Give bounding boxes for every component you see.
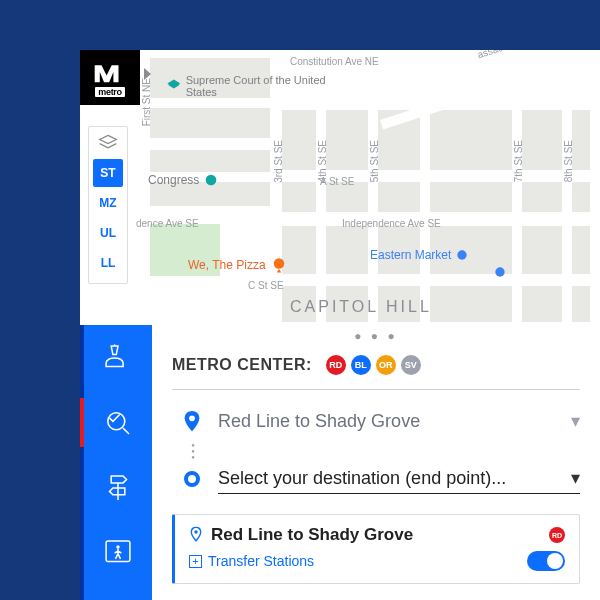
svg-point-2 (458, 250, 467, 259)
metro-logo[interactable]: metro (80, 50, 140, 105)
neighborhood-label: CAPITOL HILL (290, 298, 432, 316)
layer-btn-ll[interactable]: LL (93, 249, 123, 277)
pin-icon (189, 526, 203, 544)
drag-handle-icon[interactable]: ● ● ● (354, 329, 397, 343)
street-label: 3rd St SE (273, 140, 284, 183)
street-label: assachusetts Ave NE (476, 50, 569, 60)
map-road (80, 98, 600, 108)
chevron-down-icon: ▾ (571, 467, 580, 489)
svg-point-7 (189, 415, 195, 421)
poi-marker-icon (493, 265, 507, 279)
station-header: METRO CENTER: RD BL OR SV (172, 355, 580, 375)
rail-nav-directions[interactable] (84, 455, 152, 520)
destination-select[interactable]: Select your destination (end point)... ▾ (218, 463, 580, 494)
app-window: Constitution Ave NE A St SE dence Ave SE… (80, 50, 600, 600)
street-label: First St NE (141, 78, 152, 126)
svg-point-3 (495, 267, 504, 276)
panel-content: ● ● ● METRO CENTER: RD BL OR SV (152, 325, 600, 600)
street-label: 5th St SE (369, 140, 380, 182)
map-road (420, 50, 430, 325)
end-step: Select your destination (end point)... ▾ (182, 463, 580, 494)
rail-nav-station[interactable] (84, 325, 152, 390)
route-steps: Red Line to Shady Grove ▾ ●●● Sele (172, 406, 580, 494)
line-badge-rd: RD (326, 355, 346, 375)
divider (172, 389, 580, 390)
layer-switcher: ST MZ UL LL (88, 126, 128, 284)
metro-logo-text: metro (95, 87, 125, 97)
svg-point-4 (108, 412, 125, 429)
poi-pizza[interactable]: We, The Pizza (188, 256, 288, 274)
line-badge-sv: SV (401, 355, 421, 375)
poi-supreme-court[interactable]: Supreme Court of the United States (166, 74, 356, 98)
svg-point-1 (273, 258, 284, 269)
street-label: Constitution Ave NE (290, 56, 379, 67)
transfer-stations-button[interactable]: + Transfer Stations (189, 553, 519, 569)
route-toggle[interactable] (527, 551, 565, 571)
map-road (512, 50, 522, 325)
plus-icon: + (189, 555, 202, 568)
street-label: 4th St SE (317, 140, 328, 182)
connector: ●●● (182, 443, 580, 459)
chevron-down-icon: ▾ (571, 410, 580, 432)
destination-icon (182, 471, 202, 487)
svg-point-8 (194, 530, 198, 534)
card-title: Red Line to Shady Grove (211, 525, 541, 545)
dots-connector-icon: ●●● (191, 443, 195, 459)
street-label: 8th St SE (563, 140, 574, 182)
map-road (368, 50, 378, 325)
pin-icon (182, 411, 202, 433)
layer-btn-ul[interactable]: UL (93, 219, 123, 247)
station-panel: ● ● ● METRO CENTER: RD BL OR SV (80, 325, 600, 600)
street-label: 7th St SE (513, 140, 524, 182)
route-result-card: Red Line to Shady Grove RD + Transfer St… (172, 514, 580, 584)
line-badges: RD BL OR SV (326, 355, 421, 375)
poi-eastern-market[interactable]: Eastern Market (370, 248, 469, 262)
line-badge-rd: RD (549, 527, 565, 543)
rail-nav-walk[interactable] (84, 520, 152, 585)
metro-m-icon (93, 59, 127, 85)
rail-nav (84, 325, 152, 600)
line-badge-or: OR (376, 355, 396, 375)
street-label: Independence Ave SE (342, 218, 441, 229)
svg-point-0 (206, 175, 217, 186)
map-road (80, 276, 600, 286)
map-road (562, 50, 572, 325)
layer-btn-mz[interactable]: MZ (93, 189, 123, 217)
svg-point-6 (116, 545, 119, 548)
rail-nav-search[interactable] (84, 390, 152, 455)
layer-btn-st[interactable]: ST (93, 159, 123, 187)
street-label: dence Ave SE (136, 218, 199, 229)
start-line-select[interactable]: Red Line to Shady Grove ▾ (218, 406, 580, 437)
line-badge-bl: BL (351, 355, 371, 375)
expand-arrow-icon[interactable] (144, 68, 151, 80)
street-label: C St SE (248, 280, 284, 291)
poi-congress[interactable]: Congress (148, 172, 219, 188)
station-title: METRO CENTER: (172, 356, 312, 374)
map[interactable]: Constitution Ave NE A St SE dence Ave SE… (80, 50, 600, 325)
start-step: Red Line to Shady Grove ▾ (182, 406, 580, 437)
layers-icon[interactable] (89, 127, 127, 157)
